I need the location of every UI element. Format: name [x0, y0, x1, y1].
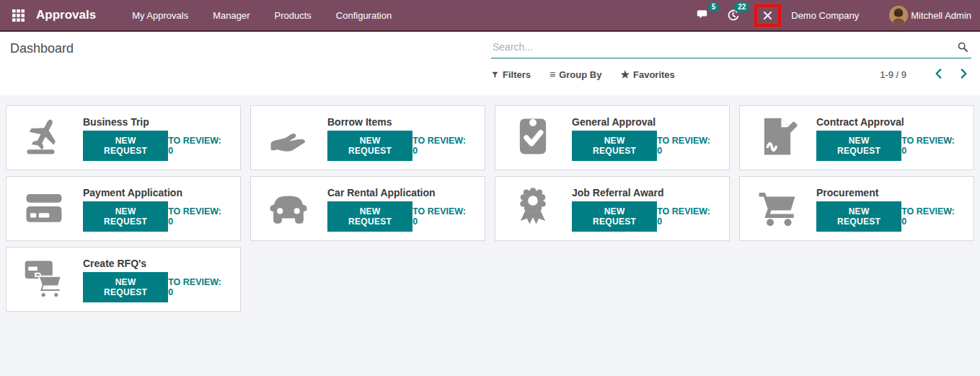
- dashboard-grid: Business Trip NEW REQUEST TO REVIEW: 0 B…: [6, 105, 974, 312]
- approval-type-card: Car Rental Application NEW REQUEST TO RE…: [250, 176, 485, 241]
- card-cart-icon: [23, 257, 65, 299]
- card-title: Create RFQ's: [83, 258, 229, 269]
- card-title: Business Trip: [83, 116, 229, 128]
- control-panel: Dashboard Filters ≡ Group By ★ Favorites…: [0, 32, 980, 95]
- menu-item-configuration[interactable]: Configuration: [324, 10, 404, 21]
- menu-item-products[interactable]: Products: [262, 10, 324, 21]
- to-review-label: TO REVIEW: 0: [657, 206, 718, 227]
- developer-tools-button[interactable]: [754, 4, 781, 27]
- favorites-star-icon: ★: [620, 69, 630, 79]
- chevron-right-icon: [957, 67, 970, 80]
- plane-departure-icon: [23, 115, 65, 157]
- shopping-cart-icon: [756, 186, 798, 228]
- pager-text: 1-9 / 9: [880, 69, 906, 80]
- card-title: Car Rental Application: [327, 187, 473, 198]
- to-review-label: TO REVIEW: 0: [901, 136, 962, 156]
- to-review-label: TO REVIEW: 0: [168, 206, 229, 227]
- chat-icon: [697, 9, 710, 22]
- clipboard-check-icon: [512, 115, 554, 157]
- approval-type-card: Job Referral Award NEW REQUEST TO REVIEW…: [495, 176, 730, 241]
- company-switcher[interactable]: Demo Company: [791, 10, 859, 21]
- dashboard-content: Business Trip NEW REQUEST TO REVIEW: 0 B…: [0, 95, 980, 376]
- menu-item-manager[interactable]: Manager: [200, 10, 262, 21]
- app-name[interactable]: Approvals: [36, 8, 96, 22]
- navbar-systray: 5 22 Demo Company Mitchell Admin: [682, 4, 971, 27]
- card-title: General Approval: [572, 116, 718, 128]
- to-review-label: TO REVIEW: 0: [168, 136, 229, 156]
- approval-type-card: Procurement NEW REQUEST TO REVIEW: 0: [739, 176, 974, 241]
- card-title: Job Referral Award: [572, 187, 718, 198]
- messages-badge: 5: [708, 2, 720, 12]
- user-name: Mitchell Admin: [911, 10, 971, 21]
- credit-card-icon: [23, 186, 65, 228]
- breadcrumb: Dashboard: [10, 41, 74, 56]
- approval-type-card: Payment Application NEW REQUEST TO REVIE…: [6, 176, 241, 241]
- messages-button[interactable]: 5: [694, 6, 712, 25]
- group-by-label: Group By: [559, 69, 601, 80]
- filter-funnel-icon: [491, 71, 499, 79]
- activities-badge: 22: [734, 2, 749, 12]
- pager-next-button[interactable]: [957, 67, 971, 82]
- approval-type-card: General Approval NEW REQUEST TO REVIEW: …: [495, 105, 730, 170]
- to-review-label: TO REVIEW: 0: [412, 206, 473, 227]
- search-input[interactable]: [491, 38, 971, 58]
- apps-menu-button[interactable]: [9, 6, 27, 25]
- activities-button[interactable]: 22: [724, 6, 743, 25]
- new-request-button[interactable]: NEW REQUEST: [83, 272, 168, 302]
- new-request-button[interactable]: NEW REQUEST: [327, 131, 412, 161]
- top-navbar: Approvals My ApprovalsManagerProductsCon…: [0, 0, 980, 32]
- to-review-label: TO REVIEW: 0: [412, 136, 473, 156]
- avatar: [889, 6, 908, 25]
- favorites-button[interactable]: ★ Favorites: [620, 69, 674, 80]
- approval-type-card: Borrow Items NEW REQUEST TO REVIEW: 0: [250, 105, 485, 170]
- new-request-button[interactable]: NEW REQUEST: [572, 131, 657, 161]
- search-bar: [491, 38, 971, 58]
- new-request-button[interactable]: NEW REQUEST: [327, 201, 412, 232]
- filters-label: Filters: [503, 69, 531, 80]
- apps-grid-icon: [12, 9, 25, 22]
- card-title: Payment Application: [83, 187, 229, 198]
- to-review-label: TO REVIEW: 0: [168, 277, 229, 297]
- new-request-button[interactable]: NEW REQUEST: [83, 131, 168, 161]
- new-request-button[interactable]: NEW REQUEST: [83, 201, 168, 232]
- pager-previous-button[interactable]: [932, 67, 947, 82]
- favorites-label: Favorites: [633, 69, 675, 80]
- card-title: Procurement: [816, 187, 962, 198]
- to-review-label: TO REVIEW: 0: [901, 206, 962, 227]
- car-icon: [268, 186, 309, 228]
- group-by-icon: ≡: [549, 69, 555, 79]
- new-request-button[interactable]: NEW REQUEST: [816, 201, 901, 232]
- to-review-label: TO REVIEW: 0: [657, 136, 718, 156]
- user-menu[interactable]: Mitchell Admin: [889, 6, 971, 25]
- search-button[interactable]: [957, 41, 970, 54]
- top-menu: My ApprovalsManagerProductsConfiguration: [120, 10, 404, 21]
- pager: 1-9 / 9: [880, 67, 971, 82]
- medal-icon: [512, 186, 554, 228]
- approval-type-card: Business Trip NEW REQUEST TO REVIEW: 0: [6, 105, 241, 170]
- group-by-button[interactable]: ≡ Group By: [549, 69, 601, 80]
- chevron-left-icon: [932, 67, 945, 80]
- wrench-screwdriver-icon: [762, 9, 774, 22]
- approval-type-card: Contract Approval NEW REQUEST TO REVIEW:…: [739, 105, 974, 170]
- filters-button[interactable]: Filters: [491, 69, 531, 80]
- menu-item-my-approvals[interactable]: My Approvals: [120, 10, 200, 21]
- contract-sign-icon: [756, 115, 798, 157]
- card-title: Borrow Items: [327, 116, 473, 128]
- new-request-button[interactable]: NEW REQUEST: [572, 201, 657, 232]
- search-icon: [957, 41, 968, 53]
- new-request-button[interactable]: NEW REQUEST: [816, 131, 901, 161]
- hand-icon: [268, 115, 309, 157]
- card-title: Contract Approval: [816, 116, 962, 128]
- filter-row: Filters ≡ Group By ★ Favorites 1-9 / 9: [491, 67, 971, 82]
- approval-type-card: Create RFQ's NEW REQUEST TO REVIEW: 0: [6, 247, 241, 312]
